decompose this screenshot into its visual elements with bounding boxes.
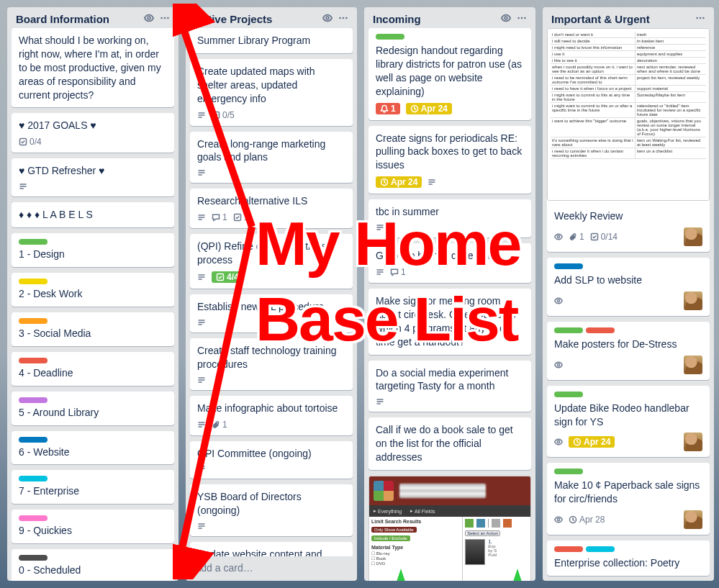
card-labels-header[interactable]: ♦ ♦ ♦ L A B E L S [12, 202, 174, 227]
watch-icon[interactable] [498, 13, 514, 25]
card-slp-web[interactable]: Add SLP to website [547, 258, 710, 316]
watch-icon [554, 438, 563, 446]
card-gtd-matrix[interactable]: i don't need or want ittrashi still need… [547, 28, 710, 252]
card-catalog-attachment[interactable]: Everything All Fields Limit Search Resul… [368, 476, 531, 581]
watch-icon[interactable] [141, 13, 157, 25]
card-label-6[interactable]: 6 - Website [12, 431, 174, 465]
list-incoming: Incoming Redesign handout regarding libr… [364, 7, 535, 581]
due-badge: Apr 28 [569, 515, 605, 525]
checklist-badge-complete: 4/4 [212, 271, 243, 283]
card-ill[interactable]: Establish new ILL procedure [190, 294, 353, 333]
checklist-badge: 0/5 [212, 110, 235, 120]
watch-icon [554, 361, 563, 369]
add-card-link[interactable]: Add a card… [186, 556, 357, 581]
description-icon [197, 420, 206, 429]
description-icon [197, 273, 206, 281]
avatar [684, 356, 702, 374]
list-important-urgent: Important & Urgent i don't need or want … [543, 7, 714, 581]
comment-badge: 1 [390, 267, 406, 277]
description-icon [197, 376, 206, 384]
list-title: Important & Urgent [551, 13, 692, 25]
card-web[interactable]: Update website content and theme [190, 542, 353, 556]
card-ysb[interactable]: YSB Board of Directors (ongoing) [190, 484, 353, 536]
checklist-badge: 0/4 [19, 137, 42, 147]
card-label-9[interactable]: 9 - Quickies [12, 510, 174, 543]
description-icon [197, 168, 206, 177]
card-bike[interactable]: Update Bike Rodeo handlebar sign for YS … [547, 386, 710, 458]
catalog-cover-image: Everything All Fields Limit Search Resul… [368, 476, 531, 581]
list-menu-icon[interactable] [335, 13, 351, 25]
card-handout[interactable]: Redesign handout regarding library distr… [368, 28, 531, 120]
due-badge: Apr 24 [406, 103, 452, 114]
description-icon [376, 397, 384, 406]
description-icon [197, 318, 206, 327]
attachment-badge: 1 [212, 420, 227, 430]
card-tasty[interactable]: Do a social media experiment targeting T… [368, 361, 531, 412]
card-gtd[interactable]: ♥ GTD Refresher ♥ [12, 158, 174, 196]
list-active-projects: Active Projects Summer Library Program C… [186, 7, 357, 581]
card-poetry[interactable]: Enterprise collection: Poetry [547, 540, 710, 576]
description-icon [376, 223, 384, 232]
card-qpic[interactable]: QPI Committee (ongoing) [190, 441, 353, 479]
description-icon [197, 111, 206, 119]
description-icon [197, 522, 206, 530]
card-label-5[interactable]: 5 - Around Library [12, 392, 174, 425]
watch-icon [554, 297, 563, 305]
notification-badge: 1 [376, 103, 400, 114]
card-goals[interactable]: ♥ 2017 GOALS ♥ 0/4 [12, 113, 174, 153]
due-badge: Apr 24 [569, 436, 615, 448]
checklist-badge: 0/14 [590, 232, 618, 242]
card-maps[interactable]: Create updated maps with shelter areas, … [190, 59, 353, 126]
list-menu-icon[interactable] [157, 13, 173, 25]
card-branch[interactable]: Grab the branch code from 1 [368, 243, 531, 283]
card-label-7[interactable]: 7 - Enterprise [12, 470, 174, 504]
checklist-badge: 1 [233, 212, 249, 222]
avatar [684, 227, 702, 246]
attachment-badge: 1 [569, 232, 584, 242]
card-periodicals[interactable]: Create signs for periodicals RE: pulling… [368, 126, 531, 194]
label-green [376, 34, 404, 40]
avatar [684, 433, 702, 451]
description-icon [19, 182, 27, 191]
card-booksale[interactable]: Call if we do a book sale to get on the … [368, 417, 531, 470]
list-title: Active Projects [194, 13, 320, 25]
card-paperback[interactable]: Make 10 ¢ Paperback sale signs for circ/… [547, 463, 710, 535]
description-icon [197, 213, 206, 222]
list-menu-icon[interactable] [514, 13, 530, 25]
card-slp[interactable]: Summer Library Program [190, 28, 353, 53]
comment-badge: 1 [212, 212, 227, 222]
card-marketing[interactable]: Create long-range marketing goals and pl… [190, 132, 353, 184]
watch-icon[interactable] [320, 13, 335, 25]
due-badge: Apr 24 [376, 176, 422, 188]
card-tech[interactable]: Create staff technology training procedu… [190, 338, 353, 390]
card-intro[interactable]: What should I be working on, right now, … [12, 28, 174, 107]
card-label-4[interactable]: 4 - Deadline [12, 352, 174, 386]
card-label-1[interactable]: 1 - Design [12, 233, 174, 267]
card-label-2[interactable]: 2 - Desk Work [12, 273, 174, 307]
card-destress[interactable]: Make posters for De-Stress [547, 322, 710, 380]
card-label-0[interactable]: 0 - Scheduled [12, 549, 174, 581]
description-icon [428, 178, 436, 186]
list-title: Incoming [373, 13, 498, 25]
description-icon [197, 464, 206, 473]
card-tortoise[interactable]: Make infographic about tortoise 1 [190, 396, 353, 435]
watch-icon [554, 515, 563, 524]
card-meeting[interactable]: Make sign for meeting room about circ de… [368, 289, 531, 355]
description-icon [376, 268, 384, 276]
avatar [684, 291, 702, 310]
list-title: Board Information [16, 13, 141, 25]
gtd-matrix-image: i don't need or want ittrashi still need… [547, 28, 710, 201]
watch-icon [554, 232, 563, 241]
list-board-information: Board Information What should I be worki… [7, 7, 178, 581]
card-acq[interactable]: (QPI) Refine our Acquisitions process 4/… [190, 234, 353, 289]
list-menu-icon[interactable] [692, 13, 708, 25]
card-tbc[interactable]: tbc in summer [368, 199, 531, 238]
avatar [684, 510, 702, 529]
card-label-3[interactable]: 3 - Social Media [12, 312, 174, 346]
card-ils[interactable]: Research alternative ILS 1 1 [190, 189, 353, 228]
